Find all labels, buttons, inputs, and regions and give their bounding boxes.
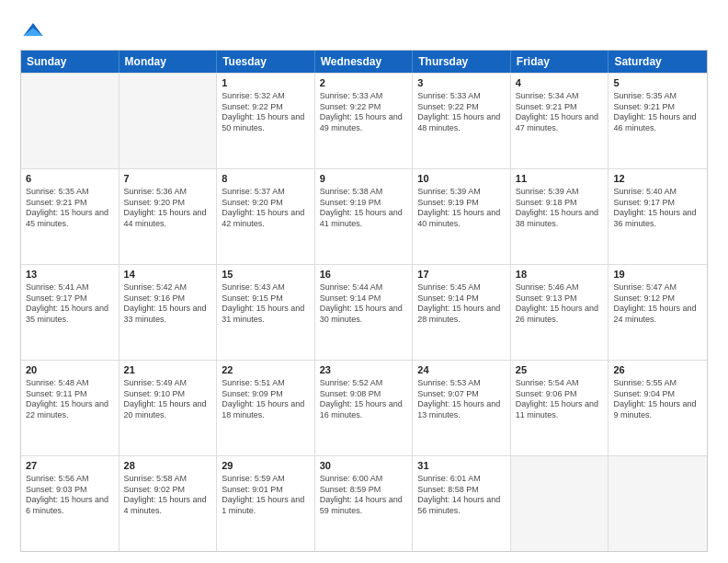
day-info: Sunrise: 5:42 AM Sunset: 9:16 PM Dayligh…: [124, 282, 212, 326]
day-info: Sunrise: 5:44 AM Sunset: 9:14 PM Dayligh…: [320, 282, 408, 326]
day-info: Sunrise: 5:33 AM Sunset: 9:22 PM Dayligh…: [417, 91, 506, 134]
day-info: Sunrise: 5:55 AM Sunset: 9:04 PM Dayligh…: [613, 378, 702, 421]
calendar-row-0: 1Sunrise: 5:32 AM Sunset: 9:22 PM Daylig…: [21, 73, 707, 168]
day-cell-31: 31Sunrise: 6:01 AM Sunset: 8:58 PM Dayli…: [413, 456, 511, 551]
header-day-wednesday: Wednesday: [315, 51, 414, 73]
day-cell-24: 24Sunrise: 5:53 AM Sunset: 9:07 PM Dayli…: [413, 361, 511, 455]
day-cell-6: 6Sunrise: 5:35 AM Sunset: 9:21 PM Daylig…: [21, 169, 119, 264]
page: SundayMondayTuesdayWednesdayThursdayFrid…: [0, 0, 728, 563]
day-number: 23: [320, 363, 408, 377]
day-info: Sunrise: 5:53 AM Sunset: 9:07 PM Dayligh…: [417, 378, 506, 421]
day-cell-28: 28Sunrise: 5:58 AM Sunset: 9:02 PM Dayli…: [119, 456, 218, 551]
day-number: 18: [516, 268, 604, 282]
day-cell-30: 30Sunrise: 6:00 AM Sunset: 8:59 PM Dayli…: [315, 456, 414, 551]
day-info: Sunrise: 5:47 AM Sunset: 9:12 PM Dayligh…: [613, 282, 702, 326]
day-info: Sunrise: 5:33 AM Sunset: 9:22 PM Dayligh…: [320, 91, 408, 134]
day-number: 7: [124, 172, 212, 186]
day-number: 22: [222, 363, 310, 377]
day-cell-21: 21Sunrise: 5:49 AM Sunset: 9:10 PM Dayli…: [119, 361, 218, 455]
day-cell-26: 26Sunrise: 5:55 AM Sunset: 9:04 PM Dayli…: [609, 361, 707, 455]
day-cell-5: 5Sunrise: 5:35 AM Sunset: 9:21 PM Daylig…: [609, 74, 707, 168]
day-number: 10: [417, 172, 506, 186]
day-info: Sunrise: 5:41 AM Sunset: 9:17 PM Dayligh…: [26, 282, 114, 326]
day-number: 13: [26, 268, 114, 282]
calendar-row-2: 13Sunrise: 5:41 AM Sunset: 9:17 PM Dayli…: [21, 264, 707, 360]
day-cell-9: 9Sunrise: 5:38 AM Sunset: 9:19 PM Daylig…: [315, 169, 414, 264]
day-number: 17: [417, 268, 506, 282]
day-info: Sunrise: 5:45 AM Sunset: 9:14 PM Dayligh…: [417, 282, 506, 326]
day-cell-15: 15Sunrise: 5:43 AM Sunset: 9:15 PM Dayli…: [217, 265, 315, 360]
day-number: 21: [124, 363, 212, 377]
day-number: 16: [320, 268, 408, 282]
calendar-row-1: 6Sunrise: 5:35 AM Sunset: 9:21 PM Daylig…: [21, 168, 707, 264]
calendar-body: 1Sunrise: 5:32 AM Sunset: 9:22 PM Daylig…: [21, 73, 707, 551]
day-cell-12: 12Sunrise: 5:40 AM Sunset: 9:17 PM Dayli…: [609, 169, 707, 264]
day-cell-18: 18Sunrise: 5:46 AM Sunset: 9:13 PM Dayli…: [511, 265, 609, 360]
day-info: Sunrise: 5:39 AM Sunset: 9:19 PM Dayligh…: [417, 187, 506, 230]
day-info: Sunrise: 5:51 AM Sunset: 9:09 PM Dayligh…: [222, 378, 310, 421]
header: [20, 17, 708, 42]
day-cell-20: 20Sunrise: 5:48 AM Sunset: 9:11 PM Dayli…: [21, 361, 119, 455]
day-info: Sunrise: 5:34 AM Sunset: 9:21 PM Dayligh…: [516, 91, 604, 134]
day-info: Sunrise: 5:59 AM Sunset: 9:01 PM Dayligh…: [222, 474, 310, 517]
day-cell-27: 27Sunrise: 5:56 AM Sunset: 9:03 PM Dayli…: [21, 456, 119, 551]
header-day-friday: Friday: [511, 51, 609, 73]
empty-cell: [119, 74, 218, 168]
day-info: Sunrise: 5:38 AM Sunset: 9:19 PM Dayligh…: [320, 187, 408, 230]
day-cell-23: 23Sunrise: 5:52 AM Sunset: 9:08 PM Dayli…: [315, 361, 414, 455]
day-info: Sunrise: 5:37 AM Sunset: 9:20 PM Dayligh…: [222, 187, 310, 230]
day-number: 11: [516, 172, 604, 186]
day-info: Sunrise: 5:35 AM Sunset: 9:21 PM Dayligh…: [26, 187, 114, 230]
day-cell-1: 1Sunrise: 5:32 AM Sunset: 9:22 PM Daylig…: [217, 74, 315, 168]
day-number: 3: [417, 76, 506, 90]
day-number: 15: [222, 268, 310, 282]
day-cell-17: 17Sunrise: 5:45 AM Sunset: 9:14 PM Dayli…: [413, 265, 511, 360]
day-info: Sunrise: 5:35 AM Sunset: 9:21 PM Dayligh…: [613, 91, 702, 134]
day-number: 24: [417, 363, 506, 377]
day-info: Sunrise: 6:00 AM Sunset: 8:59 PM Dayligh…: [320, 474, 408, 517]
empty-cell: [511, 456, 609, 551]
day-info: Sunrise: 5:36 AM Sunset: 9:20 PM Dayligh…: [124, 187, 212, 230]
day-number: 27: [26, 459, 114, 473]
day-cell-11: 11Sunrise: 5:39 AM Sunset: 9:18 PM Dayli…: [511, 169, 609, 264]
empty-cell: [21, 74, 119, 168]
day-number: 28: [124, 459, 212, 473]
day-info: Sunrise: 5:54 AM Sunset: 9:06 PM Dayligh…: [516, 378, 604, 421]
calendar-row-4: 27Sunrise: 5:56 AM Sunset: 9:03 PM Dayli…: [21, 455, 707, 551]
day-number: 20: [26, 363, 114, 377]
day-info: Sunrise: 5:49 AM Sunset: 9:10 PM Dayligh…: [124, 378, 212, 421]
day-info: Sunrise: 5:40 AM Sunset: 9:17 PM Dayligh…: [613, 187, 702, 230]
day-cell-7: 7Sunrise: 5:36 AM Sunset: 9:20 PM Daylig…: [119, 169, 218, 264]
day-info: Sunrise: 5:39 AM Sunset: 9:18 PM Dayligh…: [516, 187, 604, 230]
day-info: Sunrise: 5:48 AM Sunset: 9:11 PM Dayligh…: [26, 378, 114, 421]
header-day-tuesday: Tuesday: [217, 51, 315, 73]
day-cell-8: 8Sunrise: 5:37 AM Sunset: 9:20 PM Daylig…: [217, 169, 315, 264]
logo: [20, 17, 50, 42]
day-number: 30: [320, 459, 408, 473]
day-number: 12: [613, 172, 702, 186]
calendar: SundayMondayTuesdayWednesdayThursdayFrid…: [20, 50, 708, 552]
day-cell-29: 29Sunrise: 5:59 AM Sunset: 9:01 PM Dayli…: [217, 456, 315, 551]
calendar-header: SundayMondayTuesdayWednesdayThursdayFrid…: [21, 51, 707, 73]
empty-cell: [609, 456, 707, 551]
day-info: Sunrise: 5:58 AM Sunset: 9:02 PM Dayligh…: [124, 474, 212, 517]
day-number: 14: [124, 268, 212, 282]
day-number: 19: [613, 268, 702, 282]
day-cell-25: 25Sunrise: 5:54 AM Sunset: 9:06 PM Dayli…: [511, 361, 609, 455]
day-number: 1: [222, 76, 310, 90]
day-number: 4: [516, 76, 604, 90]
logo-icon: [20, 17, 46, 42]
svg-marker-1: [24, 28, 43, 36]
day-cell-19: 19Sunrise: 5:47 AM Sunset: 9:12 PM Dayli…: [609, 265, 707, 360]
day-info: Sunrise: 5:32 AM Sunset: 9:22 PM Dayligh…: [222, 91, 310, 134]
header-day-monday: Monday: [119, 51, 218, 73]
day-cell-13: 13Sunrise: 5:41 AM Sunset: 9:17 PM Dayli…: [21, 265, 119, 360]
day-cell-22: 22Sunrise: 5:51 AM Sunset: 9:09 PM Dayli…: [217, 361, 315, 455]
day-number: 9: [320, 172, 408, 186]
calendar-row-3: 20Sunrise: 5:48 AM Sunset: 9:11 PM Dayli…: [21, 360, 707, 455]
day-number: 5: [613, 76, 702, 90]
day-number: 29: [222, 459, 310, 473]
day-number: 31: [417, 459, 506, 473]
day-info: Sunrise: 5:43 AM Sunset: 9:15 PM Dayligh…: [222, 282, 310, 326]
day-number: 6: [26, 172, 114, 186]
